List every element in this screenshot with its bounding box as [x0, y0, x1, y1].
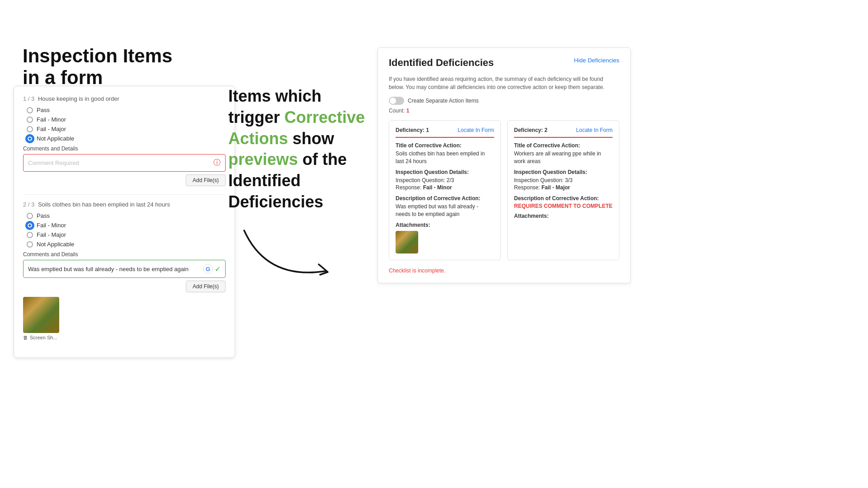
card2-desc-label: Description of Corrective Action:: [514, 195, 613, 202]
create-separate-label: Create Separate Action Items: [408, 98, 479, 104]
hide-deficiencies-link[interactable]: Hide Deficiencies: [574, 57, 619, 64]
deficiencies-panel: Identified Deficiencies Hide Deficiencie…: [377, 47, 631, 283]
mid-show: show: [292, 129, 334, 148]
item2-radio-group: Pass Fail - Minor Fail - Major Not Appli…: [27, 212, 226, 248]
mid-corrective: Corrective: [284, 108, 365, 127]
annotation-line1: Inspection Items: [23, 45, 172, 66]
radio-fail-minor: [27, 117, 33, 123]
radio-not-applicable-selected: [27, 136, 33, 142]
count-label: Count:: [389, 108, 405, 114]
divider: [23, 194, 226, 195]
deficiency-card-2: Deficiency: 2 Locate In Form Title of Co…: [507, 120, 619, 260]
item2-option-fail-major[interactable]: Fail - Major: [27, 231, 226, 238]
card2-requires-comment: REQUIRES COMMENT TO COMPLETE: [514, 203, 613, 209]
radio2-fail-minor-selected: [27, 222, 33, 229]
thumbnail-label: 🗑 Screen Sh...: [23, 335, 59, 340]
radio2-fail-major: [27, 232, 33, 238]
thumbnail-filename: Screen Sh...: [30, 335, 57, 340]
radio-pass: [27, 107, 33, 113]
item1-add-file-btn[interactable]: Add File(s): [186, 174, 226, 186]
mid-of-the: of the: [302, 150, 347, 169]
mid-actions: Actions: [228, 129, 288, 148]
panel-title: Identified Deficiencies: [389, 57, 494, 69]
item1-num: 1 / 3: [23, 95, 34, 102]
create-separate-row: Create Separate Action Items: [389, 97, 619, 105]
mid-line2-prefix: trigger: [228, 108, 284, 127]
item2-comment-input[interactable]: Was emptied but was full already - needs…: [23, 260, 226, 278]
radio2-not-applicable: [27, 241, 33, 248]
card1-response: Response: Fail - Minor: [396, 184, 494, 192]
item2-comment-value: Was emptied but was full already - needs…: [28, 266, 203, 272]
item1-add-file-row: Add File(s): [23, 174, 226, 186]
card1-header: Deficiency: 1 Locate In Form: [396, 127, 494, 138]
item1-option-fail-major[interactable]: Fail - Major: [27, 126, 226, 132]
item1-label: House keeping is in good order: [38, 95, 119, 102]
mid-deficiencies: Deficiencies: [228, 192, 323, 211]
card2-locate-link[interactable]: Locate In Form: [576, 127, 613, 133]
form-item-1-header: 1 / 3 House keeping is in good order: [23, 95, 226, 102]
item1-option-fail-minor[interactable]: Fail - Minor: [27, 116, 226, 123]
card2-attachments-label: Attachments:: [514, 213, 613, 219]
mid-previews: previews: [228, 150, 298, 169]
card1-locate-link[interactable]: Locate In Form: [458, 127, 494, 133]
curve-arrow: [231, 221, 348, 289]
middle-annotation: Items which trigger Corrective Actions s…: [228, 86, 382, 213]
checklist-incomplete-label: Checklist is incomplete.: [389, 267, 619, 274]
item1-option-not-applicable[interactable]: Not Applicable: [27, 135, 226, 142]
form-item-2-header: 2 / 3 Soils clothes bin has been emplied…: [23, 201, 226, 208]
card1-title-label: Title of Corrective Action:: [396, 142, 494, 149]
card2-header: Deficiency: 2 Locate In Form: [514, 127, 613, 138]
count-row: Count: 1: [389, 108, 619, 114]
item1-comment-input[interactable]: Comment Required ⓘ: [23, 154, 226, 172]
item1-radio-group: Pass Fail - Minor Fail - Major Not Appli…: [27, 107, 226, 142]
annotation-line2: in a form: [23, 67, 103, 88]
deficiency-card-1: Deficiency: 1 Locate In Form Title of Co…: [389, 120, 501, 260]
deficiency-cards: Deficiency: 1 Locate In Form Title of Co…: [389, 120, 619, 260]
mid-line1: Items which: [228, 87, 321, 105]
card2-title-label: Title of Corrective Action:: [514, 142, 613, 149]
item2-add-file-row: Add File(s): [23, 281, 226, 292]
form-panel: 1 / 3 House keeping is in good order Pas…: [14, 86, 235, 358]
card2-question: Inspection Question: 3/3: [514, 177, 613, 184]
item2-num: 2 / 3: [23, 201, 34, 208]
item2-thumbnail-wrapper: 🗑 Screen Sh...: [23, 297, 59, 340]
card1-label: Deficiency: 1: [396, 127, 429, 133]
radio2-pass: [27, 213, 33, 219]
card1-desc-label: Description of Corrective Action:: [396, 195, 494, 202]
panel-description: If you have identified areas requiring a…: [389, 75, 619, 91]
card1-attachments-label: Attachments:: [396, 222, 494, 228]
card2-title-value: Workers are all wearing ppe while in wor…: [514, 150, 613, 165]
card1-title-value: Soils clothes bin has been emplied in la…: [396, 150, 494, 165]
g-grammarly-icon: G: [203, 264, 213, 274]
create-separate-toggle[interactable]: [389, 97, 404, 105]
card1-attachment-thumb: [396, 231, 418, 253]
card1-question: Inspection Question: 2/3: [396, 177, 494, 184]
item2-label: Soils clothes bin has been emplied in la…: [38, 201, 170, 208]
error-icon: ⓘ: [213, 158, 221, 168]
count-value: 1: [406, 108, 410, 114]
card1-details-label: Inspection Question Details:: [396, 169, 494, 175]
thumbnail-image: [23, 297, 59, 333]
annotation-title: Inspection Items in a form: [23, 45, 172, 89]
check-icon: ✓: [215, 265, 221, 273]
mid-identified: Identified: [228, 171, 301, 190]
card1-desc-value: Was emptied but was full already - needs…: [396, 203, 494, 218]
form-item-1: 1 / 3 House keeping is in good order Pas…: [23, 95, 226, 186]
item2-option-not-applicable[interactable]: Not Applicable: [27, 241, 226, 248]
card2-label: Deficiency: 2: [514, 127, 547, 133]
item2-add-file-btn[interactable]: Add File(s): [186, 281, 226, 292]
item1-comments-label: Comments and Details: [23, 145, 226, 152]
item1-option-pass[interactable]: Pass: [27, 107, 226, 113]
form-item-2: 2 / 3 Soils clothes bin has been emplied…: [23, 201, 226, 340]
item1-comment-placeholder: Comment Required: [28, 160, 79, 166]
card2-details-label: Inspection Question Details:: [514, 169, 613, 175]
trash-icon[interactable]: 🗑: [23, 335, 28, 340]
item2-comments-label: Comments and Details: [23, 251, 226, 258]
item2-option-pass[interactable]: Pass: [27, 212, 226, 219]
card2-response: Response: Fail - Major: [514, 184, 613, 192]
panel-header: Identified Deficiencies Hide Deficiencie…: [389, 57, 619, 69]
radio-fail-major: [27, 126, 33, 132]
item2-option-fail-minor[interactable]: Fail - Minor: [27, 222, 226, 229]
